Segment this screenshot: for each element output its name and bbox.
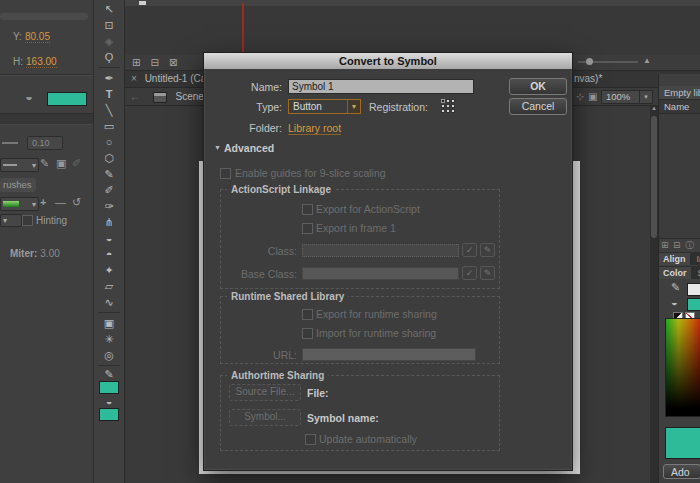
ink-bottle-tool-icon[interactable]: ◓ [94,246,124,262]
fill-color-swatch[interactable] [99,408,119,421]
fill-color-bucket-icon[interactable]: ◒ [25,89,33,104]
color-preview-swatch[interactable] [665,427,700,459]
cancel-button[interactable]: Cancel [509,98,567,115]
registration-point[interactable] [441,109,445,113]
edit-scene-icon[interactable]: ⊹ [576,88,584,105]
export-runtime-checkbox[interactable] [302,309,313,320]
playhead[interactable] [242,3,244,55]
add-color-button[interactable]: Ado [663,464,700,479]
stroke-slider[interactable] [2,142,18,144]
miter-value[interactable]: 3.00 [40,248,59,259]
registration-point[interactable] [451,104,455,108]
stroke-color-icon[interactable]: ✎ [94,368,124,380]
stroke-gradient-dropdown[interactable]: ▾ [0,197,39,211]
edit-base-class-button[interactable]: ✎ [480,266,495,280]
stage-vertical-scrollbar[interactable]: ▴ [650,106,658,483]
update-automatically-checkbox[interactable] [305,434,316,445]
pencil-tool-icon[interactable]: ✎ [94,166,124,182]
registration-point-selected[interactable] [441,99,445,103]
slider-knob[interactable] [586,58,593,65]
validate-class-button[interactable]: ✓ [462,243,477,257]
ok-button[interactable]: OK [509,78,567,95]
eraser-tool-icon[interactable]: ▱ [94,278,124,294]
registration-point[interactable] [446,109,450,113]
tab-close-icon[interactable]: × [131,73,137,84]
bone-tool-icon[interactable]: ⋔ [94,214,124,230]
layer-stack-icon[interactable]: ▣ [56,157,66,170]
h-value[interactable]: 163.00 [26,56,57,68]
scroll-up-arrow-icon[interactable]: ▴ [650,104,658,112]
library-new-folder-icon[interactable]: ⊟ [673,240,681,250]
tab-info[interactable]: In [693,253,700,265]
line-tool-icon[interactable]: ╲ [94,102,124,118]
library-name-column-header[interactable]: Name [659,100,700,114]
color-stroke-swatch[interactable] [687,283,700,296]
stroke-style-dropdown[interactable]: ▾ [0,158,39,172]
y-value[interactable]: 80.05 [25,31,50,43]
tab-color[interactable]: Color [659,267,691,279]
scrollbar-thumb[interactable] [651,116,657,238]
registration-point[interactable] [446,104,450,108]
advanced-disclosure[interactable]: ▼ Advanced [214,142,274,154]
oval-tool-icon[interactable]: ○ [94,134,124,150]
stage-zoom-dropdown[interactable]: 100% ▼ [601,90,653,104]
3d-rotation-tool-icon[interactable]: ◈ [94,33,124,49]
edit-class-button[interactable]: ✎ [480,243,495,257]
color-picker-gradient[interactable] [665,318,700,417]
fill-color-icon[interactable]: ◒ [94,395,124,407]
new-layer-icon[interactable]: ⊞ [132,55,140,70]
validate-base-class-button[interactable]: ✓ [462,266,477,280]
paint-brush-tool-icon[interactable]: ✑ [94,198,124,214]
hand-tool-icon[interactable]: ✳ [94,331,124,347]
folder-link[interactable]: Library root [288,122,341,135]
panel-divider-handle[interactable] [0,13,88,20]
export-in-frame-checkbox[interactable] [302,223,313,234]
color-stroke-icon[interactable]: ✎ [671,281,680,294]
text-tool-icon[interactable]: T [94,86,124,102]
lasso-tool-icon[interactable]: Ϙ [94,49,124,65]
dialog-title-bar[interactable]: Convert to Symbol [204,53,572,69]
camera-tool-icon[interactable]: ▣ [94,315,124,331]
color-fill-icon[interactable]: ◒ [671,296,678,308]
free-transform-tool-icon[interactable]: ⊡ [94,17,124,33]
url-input[interactable] [302,348,476,361]
edit-symbols-icon[interactable]: ▣ [588,88,597,105]
symbol-button[interactable]: Symbol... [229,409,301,426]
rectangle-tool-icon[interactable]: ▭ [94,118,124,134]
selection-tool-icon[interactable]: ↖ [94,1,124,17]
polystar-tool-icon[interactable]: ⬡ [94,150,124,166]
new-symbol-icon[interactable]: ⊞ [661,240,669,250]
paint-bucket-tool-icon[interactable]: ◒ [94,230,124,246]
remove-icon[interactable]: — [55,196,66,208]
registration-point[interactable] [446,99,450,103]
export-for-actionscript-checkbox[interactable] [302,204,313,215]
timeline-frame-ruler[interactable] [125,0,700,6]
symbol-name-input[interactable]: Symbol 1 [288,79,474,94]
base-class-input[interactable] [302,267,459,280]
delete-layer-icon[interactable]: ⊠ [169,55,177,70]
tab-align[interactable]: Align [659,253,690,265]
reset-icon[interactable]: ↺ [72,196,81,209]
new-folder-icon[interactable]: ⊟ [150,55,158,70]
pen-tool-icon[interactable]: ✒ [94,70,124,86]
fill-color-swatch[interactable] [47,92,87,106]
add-icon[interactable]: + [40,196,46,208]
class-input[interactable] [302,244,459,257]
back-arrow-icon[interactable]: ← [130,91,140,102]
tab-swatches[interactable]: Sw [694,267,700,279]
registration-point[interactable] [451,99,455,103]
edit-stroke-style-icon[interactable]: ✎ [40,157,49,170]
brush-tool-icon[interactable]: ✐ [94,182,124,198]
library-panel-title[interactable]: Empty libra [659,86,700,100]
color-fill-swatch[interactable] [687,298,700,311]
source-file-button[interactable]: Source File... [229,384,301,401]
cap-style-dropdown[interactable]: ▾ [0,214,22,227]
library-properties-icon[interactable]: ⓘ [685,240,694,250]
hinting-checkbox[interactable] [22,215,33,226]
stroke-height-field[interactable]: 0.10 [27,136,63,150]
import-runtime-checkbox[interactable] [302,328,313,339]
registration-grid[interactable] [441,99,455,113]
tilt-icon[interactable]: ✐ [72,157,81,170]
zoom-tool-icon[interactable]: ◎ [94,347,124,363]
registration-point[interactable] [451,109,455,113]
